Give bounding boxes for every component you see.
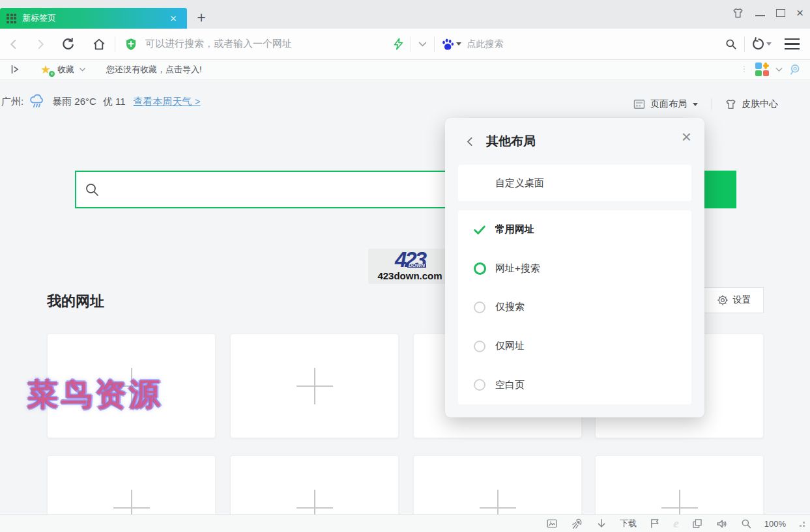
address-dropdown-chevron-icon[interactable] xyxy=(417,38,428,49)
apps-grid-icon[interactable] xyxy=(755,63,769,76)
download-arrow-icon[interactable] xyxy=(596,518,607,529)
radio-off-icon xyxy=(472,378,487,392)
maximize-button[interactable] xyxy=(776,9,785,17)
skin-shirt-icon[interactable] xyxy=(732,7,744,19)
site-tile-add[interactable] xyxy=(595,455,764,514)
option-common-sites[interactable]: 常用网址 xyxy=(458,210,691,249)
bookmarks-bar: ★+ 收藏 您还没有收藏，点击导入! ⋮ xyxy=(0,60,810,79)
page-search-icon[interactable] xyxy=(725,38,738,51)
page-layout-button[interactable]: 页面布局 xyxy=(629,95,702,113)
skin-center-button[interactable]: 皮肤中心 xyxy=(721,96,782,113)
zoom-magnifier-icon[interactable] xyxy=(740,518,752,529)
option-sites-plus-search[interactable]: 网址+搜索 xyxy=(458,249,691,288)
back-button[interactable] xyxy=(0,38,27,50)
browser-window: 新标签页 × + × 可以进行搜索，或者输入一个网址 xyxy=(0,0,810,532)
menu-hamburger-icon[interactable] xyxy=(785,38,800,49)
423down-watermark: 423DOWN 423down.com xyxy=(368,249,452,284)
plus-icon xyxy=(480,490,516,515)
radio-off-icon xyxy=(472,300,487,315)
popup-title: 其他布局 xyxy=(486,133,682,150)
baidu-search-engine-icon[interactable] xyxy=(441,37,455,51)
gear-icon xyxy=(717,294,729,306)
option-sites-only[interactable]: 仅网址 xyxy=(458,327,691,366)
new-tab-button[interactable]: + xyxy=(193,10,210,25)
apps-chevron-icon[interactable] xyxy=(774,64,784,74)
option-search-only[interactable]: 仅搜索 xyxy=(458,288,691,327)
zoom-search-icon[interactable] xyxy=(789,63,802,76)
undo-caret-icon[interactable] xyxy=(766,42,772,46)
window-close-button[interactable]: × xyxy=(796,7,803,19)
tab-favicon-grid-icon xyxy=(7,14,16,23)
plus-icon xyxy=(297,368,333,404)
site-tile-add[interactable] xyxy=(413,455,582,514)
popup-back-icon[interactable] xyxy=(465,136,476,147)
engine-caret-icon[interactable] xyxy=(456,42,461,46)
shield-plus-icon[interactable] xyxy=(124,38,137,51)
address-input[interactable]: 可以进行搜索，或者输入一个网址 xyxy=(145,38,292,50)
refresh-button[interactable] xyxy=(53,37,83,51)
cainiao-watermark: 菜鸟资源 xyxy=(27,374,163,415)
custom-desktop-option[interactable]: 自定义桌面 xyxy=(458,165,691,201)
weather-widget: 广州: 暴雨 26°C 优 11 查看本周天气 > xyxy=(1,93,201,110)
zoom-level[interactable]: 100% xyxy=(764,519,786,529)
rain-cloud-icon xyxy=(29,93,46,110)
tab-bar: 新标签页 × + × xyxy=(0,0,810,29)
weather-condition: 暴雨 26°C xyxy=(52,96,96,108)
tab-close-icon[interactable]: × xyxy=(166,12,181,25)
radio-on-icon xyxy=(472,261,487,275)
my-sites-title: 我的网址 xyxy=(47,292,104,311)
resize-grip[interactable] xyxy=(798,520,805,527)
quick-boost-icon[interactable] xyxy=(392,38,405,50)
weather-city: 广州: xyxy=(1,96,23,108)
site-tile-add[interactable] xyxy=(230,455,399,514)
media-sniffer-icon[interactable] xyxy=(545,518,558,529)
favorites-label[interactable]: 收藏 xyxy=(57,64,74,76)
minimize-button[interactable] xyxy=(755,15,765,16)
plus-icon xyxy=(661,490,698,515)
layout-popup: 其他布局 × 自定义桌面 常用网址 网址+搜索 仅搜索 仅 xyxy=(445,118,704,417)
favorites-chevron-icon[interactable] xyxy=(78,65,87,74)
layout-options-list: 常用网址 网址+搜索 仅搜索 仅网址 空白页 xyxy=(458,210,691,404)
favorites-star-icon[interactable]: ★+ xyxy=(40,63,53,76)
popup-close-icon[interactable]: × xyxy=(682,128,691,145)
sidebar-toggle-icon[interactable] xyxy=(0,64,30,75)
tab-new-page[interactable]: 新标签页 × xyxy=(0,8,187,29)
tab-title: 新标签页 xyxy=(22,12,166,24)
speaker-icon[interactable] xyxy=(716,518,728,530)
ie-compat-icon[interactable]: e xyxy=(673,516,678,531)
site-tile-add[interactable] xyxy=(47,455,216,514)
search-magnifier-icon xyxy=(84,182,100,197)
forward-button[interactable] xyxy=(27,38,53,50)
radio-off-icon xyxy=(472,339,487,354)
status-bar: 下载 e 100% xyxy=(0,514,810,532)
home-button[interactable] xyxy=(83,37,115,51)
air-quality: 优 11 xyxy=(103,96,126,108)
plus-icon xyxy=(297,490,333,515)
feedback-flag-icon[interactable] xyxy=(649,518,661,529)
address-toolbar: 可以进行搜索，或者输入一个网址 点此搜索 xyxy=(0,29,810,60)
check-icon xyxy=(472,223,487,237)
bookmarks-empty-hint[interactable]: 您还没有收藏，点击导入! xyxy=(106,64,202,76)
weekly-weather-link[interactable]: 查看本周天气 > xyxy=(134,96,201,108)
download-label[interactable]: 下载 xyxy=(620,518,637,529)
plus-icon xyxy=(113,490,150,515)
engine-search-input[interactable]: 点此搜索 xyxy=(467,38,503,50)
site-tile-add[interactable] xyxy=(230,333,399,438)
boost-rocket-icon[interactable] xyxy=(571,518,583,530)
toolbar-divider-dots: ⋮ xyxy=(740,67,749,72)
undo-icon[interactable] xyxy=(751,37,765,51)
option-blank-page[interactable]: 空白页 xyxy=(458,365,691,404)
window-mode-icon[interactable] xyxy=(691,518,703,529)
settings-button[interactable]: 设置 xyxy=(704,287,764,313)
